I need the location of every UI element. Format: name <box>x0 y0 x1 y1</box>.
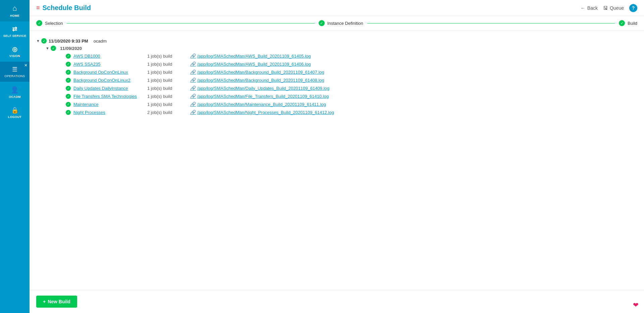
sidebar-item-ocadm[interactable]: 👤 OCADM <box>0 82 30 103</box>
queue-label: Queue <box>610 5 624 11</box>
close-icon[interactable]: ✕ <box>24 63 28 68</box>
sched-jobs-7: 2 job(s) build <box>147 110 187 115</box>
sched-check-icon-0: ✓ <box>66 54 71 59</box>
sidebar-item-home[interactable]: ⌂ HOME <box>0 0 30 21</box>
root-check-icon: ✓ <box>41 38 47 44</box>
schedule-list: ✓ AWS DB1000 1 job(s) build 🔗/app/log/SM… <box>46 52 637 116</box>
tree-toggle-date[interactable]: ▼ <box>46 46 49 50</box>
page-title: Schedule Build <box>43 4 91 12</box>
title-bar-icon: ≡ <box>36 4 40 11</box>
sidebar-item-self-service[interactable]: ⇄ SELF SERVICE <box>0 21 30 42</box>
tree-toggle-root[interactable]: ▼ <box>36 39 40 43</box>
new-build-label: New Build <box>48 299 70 304</box>
help-button[interactable]: ? <box>629 4 637 12</box>
sidebar-item-operations[interactable]: ✕ ☰ OPERATIONS <box>0 62 30 82</box>
sched-check-icon-7: ✓ <box>66 110 71 115</box>
sched-check-icon-4: ✓ <box>66 86 71 91</box>
step-check-instance: ✓ <box>319 20 325 26</box>
heart-icon: ❤ <box>633 301 639 309</box>
step-check-selection: ✓ <box>36 20 42 26</box>
topbar-actions: ← Back 🖫 Queue ? <box>581 4 637 12</box>
back-icon: ← <box>581 5 585 11</box>
tree-root-row[interactable]: ▼ ✓ 11/10/2020 9:33 PM ocadm <box>36 37 637 45</box>
schedule-row: ✓ Maintenance 1 job(s) build 🔗/app/log/S… <box>46 100 637 108</box>
sched-log-link-2[interactable]: 🔗/app/log/SMASchedMan/Background_Build_2… <box>190 69 324 75</box>
tree-date-row[interactable]: ▼ ✓ 11/09/2020 <box>46 45 637 52</box>
sched-log-link-7[interactable]: 🔗/app/log/SMASchedMan/Night_Processes_Bu… <box>190 110 334 115</box>
new-build-plus-icon: + <box>43 299 46 304</box>
schedule-row: ✓ Night Processes 2 job(s) build 🔗/app/l… <box>46 108 637 116</box>
root-date: 11/10/2020 9:33 PM <box>49 39 88 44</box>
back-label: Back <box>587 5 598 11</box>
sched-log-link-6[interactable]: 🔗/app/log/SMASchedMan/Maintenance_Build_… <box>190 102 326 107</box>
operations-icon: ☰ <box>12 66 17 73</box>
new-build-button[interactable]: + New Build <box>36 296 77 308</box>
link-icon-7: 🔗 <box>190 110 196 115</box>
link-icon-3: 🔗 <box>190 77 196 83</box>
content-area: ▼ ✓ 11/10/2020 9:33 PM ocadm ▼ ✓ 11/09/2… <box>30 30 644 313</box>
sched-jobs-5: 1 job(s) build <box>147 94 187 99</box>
child-date: 11/09/2020 <box>60 46 82 51</box>
sidebar: ⌂ HOME ⇄ SELF SERVICE ◎ VISION ✕ ☰ OPERA… <box>0 0 30 313</box>
ocadm-icon: 👤 <box>10 86 19 94</box>
sched-log-link-5[interactable]: 🔗/app/log/SMASchedMan/File_Transfers_Bui… <box>190 93 329 99</box>
schedule-row: ✓ File Transfers SMA Technologies 1 job(… <box>46 92 637 100</box>
build-tree: ▼ ✓ 11/10/2020 9:33 PM ocadm ▼ ✓ 11/09/2… <box>36 37 637 116</box>
sched-name-1[interactable]: AWS SSA235 <box>73 62 147 67</box>
page-title-container: ≡ Schedule Build <box>36 4 581 12</box>
sched-log-link-3[interactable]: 🔗/app/log/SMASchedMan/Background_Build_2… <box>190 77 324 83</box>
sched-name-0[interactable]: AWS DB1000 <box>73 54 147 59</box>
sched-name-5[interactable]: File Transfers SMA Technologies <box>73 94 147 99</box>
sched-name-2[interactable]: Background OpConOnLinux <box>73 70 147 75</box>
sidebar-label-self-service: SELF SERVICE <box>3 34 26 38</box>
step-selection: ✓ Selection <box>36 20 63 26</box>
self-service-icon: ⇄ <box>12 25 17 33</box>
sched-name-6[interactable]: Maintenance <box>73 102 147 107</box>
sidebar-item-logout[interactable]: 🔒 LOGOUT <box>0 103 30 123</box>
sidebar-label-ocadm: OCADM <box>9 95 21 99</box>
sched-name-7[interactable]: Night Processes <box>73 110 147 115</box>
queue-button[interactable]: 🖫 Queue <box>603 5 624 11</box>
sched-name-3[interactable]: Background OpConOnLinux2 <box>73 78 147 83</box>
sched-check-icon-6: ✓ <box>66 102 71 107</box>
sidebar-label-logout: LOGOUT <box>8 115 21 119</box>
tree-date-group: ▼ ✓ 11/09/2020 ✓ AWS DB1000 1 job(s) bui… <box>36 45 637 116</box>
step-check-build: ✓ <box>619 20 625 26</box>
bottom-bar: + New Build <box>30 290 644 313</box>
link-icon-0: 🔗 <box>190 53 196 59</box>
sched-check-icon-5: ✓ <box>66 94 71 99</box>
schedule-row: ✓ Background OpConOnLinux2 1 job(s) buil… <box>46 76 637 84</box>
schedule-row: ✓ Daily Updates DailyInstance 1 job(s) b… <box>46 84 637 92</box>
sched-log-link-0[interactable]: 🔗/app/log/SMASchedMan/AWS_Build_20201109… <box>190 53 311 59</box>
sched-log-link-4[interactable]: 🔗/app/log/SMASchedMan/Daily_Updates_Buil… <box>190 85 329 91</box>
sched-check-icon-3: ✓ <box>66 78 71 83</box>
step-instance-definition: ✓ Instance Definition <box>319 20 363 26</box>
sched-jobs-0: 1 job(s) build <box>147 54 187 59</box>
vision-icon: ◎ <box>12 46 18 53</box>
topbar: ≡ Schedule Build ← Back 🖫 Queue ? <box>30 0 644 16</box>
sidebar-label-home: HOME <box>10 14 19 17</box>
link-icon-1: 🔗 <box>190 61 196 67</box>
link-icon-5: 🔗 <box>190 93 196 99</box>
step-build: ✓ Build <box>619 20 637 26</box>
back-button[interactable]: ← Back <box>581 5 598 11</box>
schedule-row: ✓ Background OpConOnLinux 1 job(s) build… <box>46 68 637 76</box>
date-check-icon: ✓ <box>51 46 56 51</box>
sched-name-4[interactable]: Daily Updates DailyInstance <box>73 86 147 91</box>
sched-jobs-4: 1 job(s) build <box>147 86 187 91</box>
sched-jobs-1: 1 job(s) build <box>147 62 187 67</box>
sched-check-icon-2: ✓ <box>66 70 71 75</box>
sched-check-icon-1: ✓ <box>66 62 71 67</box>
step-line-2 <box>367 23 615 23</box>
help-icon: ? <box>632 5 635 11</box>
sched-jobs-2: 1 job(s) build <box>147 70 187 75</box>
schedule-row: ✓ AWS SSA235 1 job(s) build 🔗/app/log/SM… <box>46 60 637 68</box>
queue-icon: 🖫 <box>603 5 608 11</box>
step-line-1 <box>67 23 314 23</box>
sched-jobs-6: 1 job(s) build <box>147 102 187 107</box>
sidebar-label-vision: VISION <box>9 54 20 58</box>
sched-jobs-3: 1 job(s) build <box>147 78 187 83</box>
root-user: ocadm <box>94 39 107 44</box>
sidebar-item-vision[interactable]: ◎ VISION <box>0 42 30 62</box>
sched-log-link-1[interactable]: 🔗/app/log/SMASchedMan/AWS_Build_20201109… <box>190 61 311 67</box>
